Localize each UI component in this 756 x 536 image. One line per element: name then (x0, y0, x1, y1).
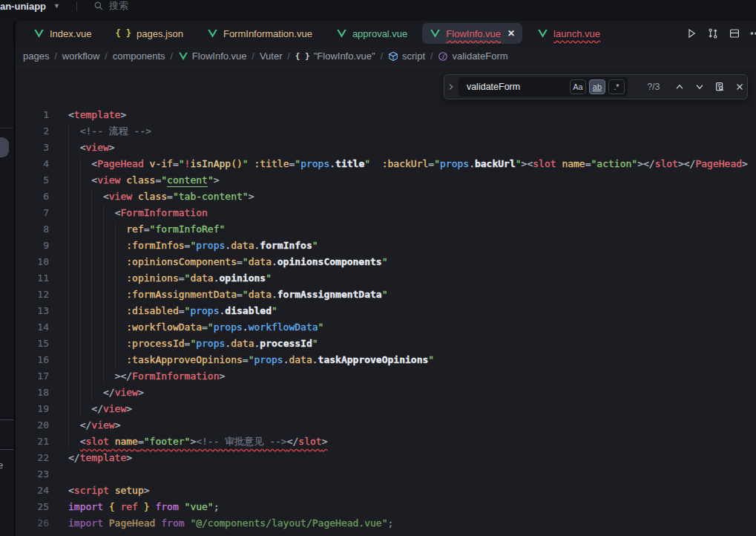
breadcrumb-separator: / (252, 51, 254, 62)
code-editor[interactable]: 1<template>2 <!-- 流程 -->3 <view>4 <PageH… (16, 67, 756, 536)
code-line[interactable]: 8 ref="formInfoRef" (16, 221, 756, 238)
code-line[interactable]: 21 <slot name="footer"><!-- 审批意见 --></sl… (16, 434, 756, 450)
tab-launch-vue[interactable]: launch.vue (525, 23, 612, 44)
tab-label: launch.vue (553, 28, 600, 39)
indent-guide (68, 270, 69, 287)
code-text: :taskApproveOpinions="props.data.taskApp… (49, 352, 434, 368)
find-input[interactable] (465, 81, 567, 93)
code-line[interactable]: 17 ></FormInformation> (16, 368, 756, 385)
tab-strip: Index.vue{ }pages.jsonFormInformation.vu… (16, 21, 756, 46)
project-name[interactable]: dan-uniapp (0, 1, 46, 12)
svg-text:f: f (442, 53, 446, 59)
indent-guide (91, 287, 92, 303)
indent-guide (68, 123, 69, 140)
close-icon[interactable]: ✕ (507, 28, 515, 39)
match-case-button[interactable]: Aa (570, 79, 586, 94)
indent-guide (68, 238, 69, 254)
code-line[interactable]: 26import PageHead from "@/components/lay… (16, 515, 756, 532)
breadcrumb-item[interactable]: script (388, 50, 425, 62)
breadcrumb-separator: / (288, 51, 290, 62)
indent-guide (68, 417, 69, 434)
vue-icon (33, 28, 45, 39)
code-line[interactable]: 20 </view> (16, 417, 756, 434)
tab-index-vue[interactable]: Index.vue (22, 23, 103, 44)
indent-guide (115, 336, 116, 352)
code-line[interactable]: 25import { ref } from "vue"; (16, 499, 756, 515)
code-text: import PageHead from "@/components/layou… (49, 515, 393, 532)
code-line[interactable]: 13 :disabled="props.disabled" (16, 303, 756, 319)
whole-word-button[interactable]: ab (589, 79, 605, 94)
indent-guide (91, 385, 92, 401)
code-text: :formInfos="props.data.formInfos" (49, 238, 318, 254)
line-number: 18 (16, 385, 49, 401)
code-line[interactable]: 6 <view class="tab-content"> (16, 189, 756, 205)
global-search[interactable]: 搜索 (93, 0, 128, 13)
run-icon[interactable] (686, 27, 697, 39)
chevron-down-icon[interactable]: ▼ (53, 2, 60, 10)
breadcrumb: pages/workflow/components/FlowInfo.vue/V… (16, 46, 756, 67)
tab-forminformation-vue[interactable]: FormInformation.vue (195, 23, 324, 44)
code-text: :opinionsComponents="data.opinionsCompon… (49, 254, 388, 270)
close-find-icon[interactable] (732, 79, 747, 95)
indent-guide (91, 254, 92, 270)
breadcrumb-separator: / (381, 51, 383, 62)
indent-guide (80, 303, 81, 319)
code-line[interactable]: 24<script setup> (16, 483, 756, 499)
breadcrumb-label: components (113, 50, 165, 62)
regex-button[interactable]: .* (608, 79, 625, 94)
code-text: :disabled="props.disabled" (49, 303, 277, 319)
tab-label: FlowInfo.vue (446, 28, 501, 39)
code-line[interactable]: 12 :formAssignmentData="data.formAssignm… (16, 287, 756, 303)
indent-guide (91, 221, 92, 238)
breadcrumb-item[interactable]: components (113, 50, 165, 62)
split-editor-icon[interactable] (729, 27, 740, 39)
breadcrumb-label: script (402, 50, 425, 62)
compare-changes-icon[interactable] (707, 27, 719, 39)
breadcrumb-item[interactable]: pages (23, 50, 49, 62)
code-line[interactable]: 19 </view> (16, 401, 756, 417)
breadcrumb-item[interactable]: Vuter (260, 50, 283, 62)
more-actions-icon[interactable] (750, 27, 756, 39)
code-line[interactable]: 4 <PageHead v-if="!isInApp()" :title="pr… (16, 156, 756, 172)
breadcrumb-item[interactable]: { }"FlowInfo.vue" (295, 50, 375, 62)
code-line[interactable]: 2 <!-- 流程 --> (16, 123, 756, 140)
tab-approval-vue[interactable]: approval.vue (324, 23, 419, 44)
search-icon (93, 1, 104, 11)
code-line[interactable]: 3 <view> (16, 140, 756, 156)
line-number: 1 (16, 107, 49, 123)
code-line[interactable]: 14 :workflowData="props.workflowData" (16, 319, 756, 336)
module-icon (388, 51, 398, 62)
code-line[interactable]: 22</template> (16, 450, 756, 466)
code-line[interactable]: 18 </view> (16, 385, 756, 401)
code-line[interactable]: 7 <FormInformation (16, 205, 756, 221)
code-text: </view> (49, 401, 132, 417)
tab-pages-json[interactable]: { }pages.json (103, 23, 195, 44)
tab-flowinfo-vue[interactable]: FlowInfo.vue✕ (422, 23, 522, 44)
code-line[interactable]: 1<template> (16, 107, 756, 123)
previous-match-icon[interactable] (672, 79, 688, 95)
indent-guide (103, 319, 104, 336)
indent-guide (91, 368, 92, 385)
code-text (49, 466, 68, 483)
breadcrumb-item[interactable]: FlowInfo.vue (178, 50, 247, 62)
breadcrumb-item[interactable]: fvalidateForm (438, 50, 507, 62)
code-line[interactable]: 16 :taskApproveOpinions="props.data.task… (16, 352, 756, 368)
next-match-icon[interactable] (692, 79, 708, 95)
sidebar-handle[interactable] (0, 137, 9, 157)
line-number: 8 (16, 221, 49, 238)
code-line[interactable]: 11 :opinions="data.opinions" (16, 270, 756, 287)
breadcrumb-item[interactable]: workflow (62, 50, 100, 62)
line-number: 3 (16, 140, 49, 156)
code-line[interactable]: 15 :processId="props.data.processId" (16, 336, 756, 352)
code-line[interactable]: 9 :formInfos="props.data.formInfos" (16, 238, 756, 254)
toggle-replace-icon[interactable] (444, 82, 458, 91)
title-bar: dan-uniapp ▼ 搜索 (0, 0, 756, 16)
code-line[interactable]: 23 (16, 466, 756, 483)
code-line[interactable]: 5 <view class="content"> (16, 172, 756, 189)
indent-guide (80, 270, 81, 287)
indent-guide (91, 352, 92, 368)
code-line[interactable]: 10 :opinionsComponents="data.opinionsCom… (16, 254, 756, 270)
code-text: <FormInformation (49, 205, 208, 221)
indent-guide (80, 287, 81, 303)
find-in-selection-icon[interactable] (711, 79, 727, 95)
